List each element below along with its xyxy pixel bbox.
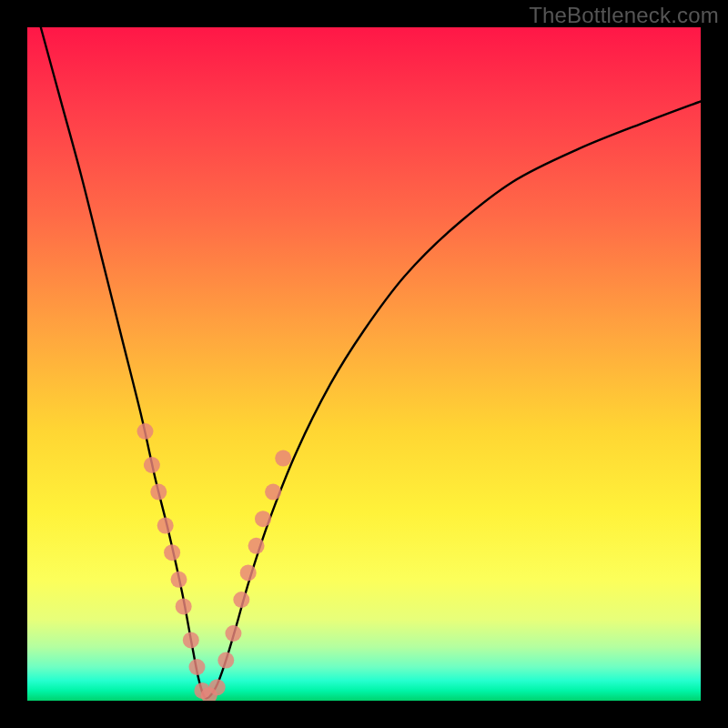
highlight-dot xyxy=(176,598,192,614)
highlight-dots-group xyxy=(137,423,292,701)
highlight-dot xyxy=(171,571,187,588)
highlight-dot xyxy=(183,632,199,648)
highlight-dot xyxy=(137,423,154,440)
highlight-dot xyxy=(164,544,180,561)
highlight-dot xyxy=(217,652,234,669)
highlight-dot xyxy=(225,625,241,642)
plot-area xyxy=(27,27,701,701)
highlight-dot xyxy=(194,682,210,699)
watermark-text: TheBottleneck.com xyxy=(529,3,719,28)
highlight-dot xyxy=(209,679,226,695)
bottleneck-curve xyxy=(41,27,701,698)
curve-svg xyxy=(27,27,701,701)
highlight-dot xyxy=(144,457,160,473)
highlight-dot xyxy=(233,592,249,608)
highlight-dot xyxy=(188,659,205,675)
highlight-dot xyxy=(157,518,174,534)
highlight-dot xyxy=(255,511,271,527)
highlight-dot xyxy=(265,484,281,500)
highlight-dot xyxy=(201,687,217,701)
highlight-dot xyxy=(240,564,257,581)
highlight-dot xyxy=(150,484,167,500)
highlight-dot xyxy=(275,450,291,467)
highlight-dot xyxy=(248,538,265,554)
outer-frame: TheBottleneck.com xyxy=(0,0,728,728)
